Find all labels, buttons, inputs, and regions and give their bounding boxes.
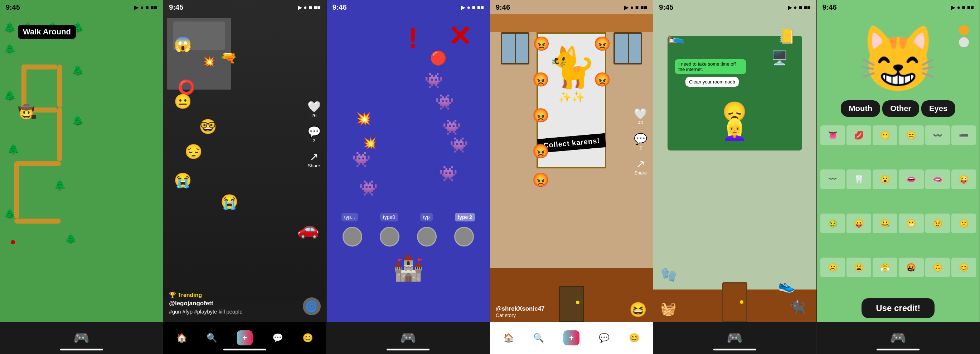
- part-18[interactable]: 🙁: [951, 214, 976, 233]
- part-13[interactable]: 🤢: [820, 214, 845, 233]
- nav-search-4[interactable]: 🔍: [533, 333, 544, 343]
- home-indicator-3: [387, 349, 430, 351]
- nav-profile[interactable]: 😊: [302, 333, 313, 343]
- nav-home-4[interactable]: 🏠: [503, 333, 514, 343]
- right-actions: 🤍 26 💬 2 ↗ Share: [307, 100, 321, 168]
- type-label-active[interactable]: type 2: [455, 213, 475, 222]
- screen-room-chat: 9:45 ▶ ● ■ ■■ 🛌 📒 🖥️ I need to take some…: [653, 0, 816, 354]
- game-area-1: 🌲 🌲 🌲 🌲 🌲 🌲 🌲 🌲 🌲 🌲 🌲 🌲 🤠 Walk Around: [0, 0, 163, 354]
- part-5[interactable]: 〰️: [925, 125, 950, 145]
- status-bar-5: 9:45 ▶ ● ■ ■■: [653, 0, 816, 14]
- part-1[interactable]: 👅: [820, 125, 845, 145]
- like-count: 26: [312, 113, 317, 118]
- crewmate-5: 👾: [442, 118, 461, 136]
- inbox-icon-4: 💬: [599, 333, 609, 343]
- brick-top: [490, 14, 653, 32]
- path-segment: [14, 218, 61, 223]
- nav-inbox-4[interactable]: 💬: [599, 333, 609, 343]
- level-btn-3[interactable]: [417, 227, 437, 247]
- time-4: 9:46: [496, 3, 510, 11]
- nav-home[interactable]: 🏠: [177, 333, 187, 343]
- part-20[interactable]: 😩: [846, 258, 871, 277]
- comment-icon-4: 💬: [634, 132, 647, 145]
- use-credit-button[interactable]: Use credit!: [862, 298, 935, 318]
- subtitle-4: Cat story: [496, 313, 545, 318]
- add-button-4[interactable]: +: [563, 330, 579, 345]
- part-10[interactable]: 👄: [899, 169, 923, 189]
- angry-emoji-6: 😡: [594, 72, 611, 88]
- time-1: 9:45: [6, 3, 20, 11]
- comment-action[interactable]: 💬 2: [307, 125, 321, 144]
- part-2[interactable]: 💋: [846, 125, 871, 145]
- part-9[interactable]: 😮: [873, 169, 897, 189]
- part-22[interactable]: 🤬: [899, 258, 923, 277]
- part-4[interactable]: 😑: [899, 125, 923, 145]
- path-segment: [21, 64, 27, 107]
- level-btn-4[interactable]: [454, 227, 474, 247]
- part-3[interactable]: 😶: [873, 125, 897, 145]
- status-bar-2: 9:45 ▶ ● ■ ■■: [163, 0, 326, 14]
- nav-profile-4[interactable]: 😊: [629, 333, 640, 343]
- dot: [11, 240, 15, 244]
- part-17[interactable]: 😟: [925, 214, 950, 233]
- path-segment: [57, 64, 62, 107]
- inbox-icon: 💬: [272, 333, 283, 343]
- tab-eyes[interactable]: Eyes: [921, 100, 955, 117]
- right-actions-4: 🤍 40 💬 2 ↗ Share: [634, 107, 647, 175]
- trending-tag: 🏆 Trending: [169, 292, 305, 298]
- tree-icon: 🌲: [7, 144, 20, 155]
- basket-icon: 🧺: [660, 301, 676, 316]
- share-icon-4: ↗: [636, 158, 645, 170]
- part-21[interactable]: 😤: [873, 258, 897, 277]
- nav-search[interactable]: 🔍: [207, 333, 217, 343]
- part-19[interactable]: ☹️: [820, 258, 845, 277]
- username-4: @shrekXsonic47: [496, 305, 545, 313]
- type-label-1: typ...: [342, 213, 358, 222]
- part-7[interactable]: 〰: [820, 169, 845, 189]
- tab-mouth[interactable]: Mouth: [841, 100, 880, 117]
- part-23[interactable]: 🙃: [925, 258, 950, 277]
- tab-other[interactable]: Other: [882, 100, 919, 117]
- part-12[interactable]: 😜: [951, 169, 976, 189]
- part-24[interactable]: 😊: [951, 258, 976, 277]
- orange-ball: [959, 25, 969, 35]
- share-action[interactable]: ↗ Share: [308, 150, 320, 168]
- screen-walk-around: 9:45 ▶ ● ■ ■■ 🌲 🌲 🌲 🌲 🌲 🌲 🌲 🌲 🌲 🌲 🌲 🌲 🤠 …: [0, 0, 163, 354]
- like-action[interactable]: 🤍 26: [307, 100, 321, 118]
- woman-emoji: 👱‍♀️: [722, 118, 747, 142]
- part-8[interactable]: 🦷: [846, 169, 871, 189]
- share-action-4[interactable]: ↗ Share: [634, 158, 647, 175]
- nav-inbox[interactable]: 💬: [272, 333, 283, 343]
- gamepad-icon-3: 🎮: [400, 330, 416, 345]
- part-16[interactable]: 😬: [899, 214, 923, 233]
- status-icons-5: ▶ ● ■ ■■: [788, 4, 811, 11]
- crewmate-2: 👾: [425, 72, 443, 89]
- comment-count: 2: [313, 138, 315, 144]
- time-5: 9:45: [659, 3, 673, 11]
- search-icon-4: 🔍: [533, 333, 544, 343]
- level-btn-1[interactable]: [342, 227, 362, 247]
- screen-among-us: 9:46 ▶ ● ■ ■■ ✕ ! 🔴 👾 👾 💥 👾 💥 👾 👾 👾 👾 ty…: [327, 0, 490, 354]
- add-button[interactable]: +: [237, 330, 253, 345]
- part-6[interactable]: ➖: [951, 125, 976, 145]
- crewmate-7: 👾: [450, 136, 468, 154]
- search-icon: 🔍: [207, 333, 217, 343]
- crewmate-10: 👾: [359, 179, 378, 197]
- part-11[interactable]: 🫦: [925, 169, 950, 189]
- home-indicator-6: [877, 349, 920, 351]
- tree-icon: 🌲: [72, 115, 84, 126]
- time-3: 9:46: [332, 3, 347, 11]
- home-icon-4: 🏠: [503, 333, 514, 343]
- crewmate-6: 💥: [363, 136, 377, 150]
- part-14[interactable]: 😛: [846, 214, 871, 233]
- chat-bubble-1: I need to take some time off the interne…: [675, 59, 746, 74]
- comment-icon: 💬: [307, 125, 321, 138]
- status-icons-3: ▶ ● ■ ■■: [461, 4, 484, 11]
- home-indicator-2: [223, 349, 266, 351]
- red-x-mark: ✕: [448, 20, 472, 53]
- comment-action-4[interactable]: 💬 2: [634, 132, 647, 150]
- tree-icon: 🌲: [64, 233, 77, 245]
- level-btn-2[interactable]: [380, 227, 399, 247]
- like-action-4[interactable]: 🤍 40: [634, 107, 647, 125]
- part-15[interactable]: 🤐: [873, 214, 897, 233]
